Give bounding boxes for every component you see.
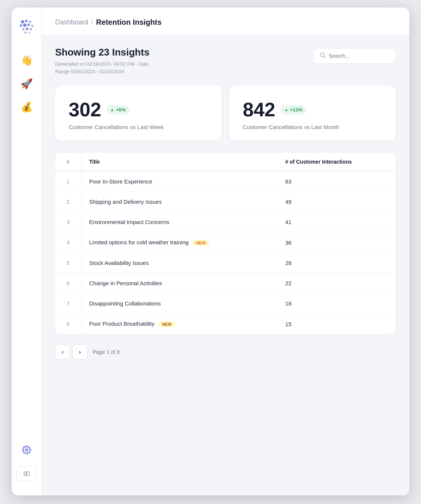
table-row[interactable]: 7Disappointing Collaborations18 [55, 293, 396, 314]
metric-card-month: 842 ▲ +13% Customer Cancellations vs Las… [229, 86, 396, 141]
table-cell-num: 3 [55, 212, 81, 232]
table-cell-interactions: 36 [278, 232, 396, 253]
wave-icon: 👋 [21, 55, 33, 66]
sidebar-logo [18, 18, 35, 37]
table-cell-title: Shipping and Delivery Issues [81, 192, 278, 212]
metric-value-month: 842 [243, 100, 275, 119]
svg-point-10 [24, 32, 27, 34]
arrow-up-icon-2: ▲ [284, 107, 289, 112]
main-content: Dashboard / Retention Insights Showing 2… [42, 8, 409, 495]
breadcrumb: Dashboard / Retention Insights [55, 18, 396, 27]
prev-page-button[interactable]: ‹ [55, 345, 70, 360]
table-cell-interactions: 41 [278, 212, 396, 232]
gear-icon [22, 445, 31, 454]
search-box[interactable] [313, 48, 396, 64]
svg-rect-13 [24, 472, 26, 475]
page-title-block: Showing 23 Insights Generated on 02/16/2… [55, 47, 149, 75]
table-cell-title: Poor In-Store Experience [81, 171, 278, 192]
table-cell-interactions: 18 [278, 293, 396, 314]
table-cell-num: 5 [55, 253, 81, 273]
table-cell-num: 4 [55, 232, 81, 253]
metric-badge-week: ▲ +6% [107, 105, 129, 114]
insights-table-container: # Title # of Customer Interactions 1Poor… [55, 153, 396, 334]
table-row[interactable]: 4Limited options for cold weather traini… [55, 232, 396, 253]
svg-point-3 [20, 24, 22, 27]
svg-rect-14 [27, 472, 29, 475]
table-cell-interactions: 63 [278, 171, 396, 192]
table-row[interactable]: 3Environmental Impact Concerns41 [55, 212, 396, 232]
subtitle-line1: Generated on 02/16/2024, 04:52 PM · Date [55, 61, 149, 67]
svg-point-6 [31, 25, 33, 27]
metric-top-week: 302 ▲ +6% [69, 100, 208, 119]
svg-point-9 [30, 28, 32, 30]
money-icon: 💰 [21, 101, 33, 113]
collapse-sidebar-button[interactable] [17, 466, 37, 481]
col-header-interactions: # of Customer Interactions [278, 153, 396, 171]
table-cell-interactions: 22 [278, 273, 396, 293]
next-page-button[interactable]: › [72, 345, 87, 360]
table-cell-num: 2 [55, 192, 81, 212]
table-cell-interactions: 28 [278, 253, 396, 273]
arrow-up-icon: ▲ [110, 107, 114, 112]
svg-point-8 [26, 28, 28, 30]
sidebar-item-money[interactable]: 💰 [17, 97, 37, 117]
search-icon [320, 52, 326, 60]
metric-label-month: Customer Cancellations vs Last Month [243, 124, 382, 130]
table-header-row: # Title # of Customer Interactions [55, 153, 396, 171]
logo-icon [18, 18, 35, 35]
rocket-icon: 🚀 [21, 78, 33, 90]
sidebar-nav: 👋 🚀 💰 [17, 50, 37, 440]
next-icon: › [79, 349, 81, 355]
sidebar-item-wave[interactable]: 👋 [17, 50, 37, 71]
subtitle-line2: Range 02/01/2024 - 02/15/2024 [55, 69, 124, 74]
table-cell-interactions: 15 [278, 314, 396, 334]
table-cell-title: Limited options for cold weather trainin… [81, 232, 278, 253]
badge-new: NEW [158, 321, 176, 327]
metric-cards: 302 ▲ +6% Customer Cancellations vs Last… [55, 86, 396, 141]
metric-label-week: Customer Cancellations vs Last Week [69, 124, 208, 130]
settings-button[interactable] [17, 440, 37, 460]
app-container: 👋 🚀 💰 [12, 8, 409, 495]
badge-new: NEW [192, 240, 210, 246]
table-cell-num: 1 [55, 171, 81, 192]
table-body: 1Poor In-Store Experience632Shipping and… [55, 171, 396, 334]
sidebar: 👋 🚀 💰 [12, 8, 42, 495]
table-row[interactable]: 2Shipping and Delivery Issues49 [55, 192, 396, 212]
search-input[interactable] [329, 53, 381, 59]
table-row[interactable]: 8Poor Product BreathabilityNEW15 [55, 314, 396, 334]
svg-point-12 [26, 449, 28, 451]
svg-point-11 [28, 32, 30, 34]
insights-table: # Title # of Customer Interactions 1Poor… [55, 153, 396, 334]
table-cell-num: 7 [55, 293, 81, 314]
svg-point-0 [21, 20, 24, 23]
breadcrumb-current: Retention Insights [96, 18, 161, 27]
metric-badge-month: ▲ +13% [281, 105, 307, 114]
sidebar-item-rocket[interactable]: 🚀 [17, 74, 37, 94]
svg-point-1 [25, 20, 27, 23]
table-cell-title: Change in Personal Activities [81, 273, 278, 293]
prev-icon: ‹ [62, 349, 63, 355]
table-cell-title: Disappointing Collaborations [81, 293, 278, 314]
page-title: Showing 23 Insights [55, 47, 149, 58]
svg-point-5 [27, 24, 30, 26]
metric-top-month: 842 ▲ +13% [243, 100, 382, 119]
table-row[interactable]: 6Change in Personal Activities22 [55, 273, 396, 293]
table-row[interactable]: 5Stock Availability Issues28 [55, 253, 396, 273]
col-header-num: # [55, 153, 81, 171]
svg-point-2 [29, 21, 31, 23]
svg-line-16 [324, 56, 325, 58]
metric-value-week: 302 [69, 100, 101, 119]
table-cell-interactions: 49 [278, 192, 396, 212]
svg-point-4 [23, 24, 26, 27]
col-header-title: Title [81, 153, 278, 171]
page-subtitle: Generated on 02/16/2024, 04:52 PM · Date… [55, 60, 149, 75]
collapse-icon [23, 470, 30, 477]
pagination: ‹ › Page 1 of 3 [55, 345, 396, 363]
table-cell-num: 6 [55, 273, 81, 293]
table-row[interactable]: 1Poor In-Store Experience63 [55, 171, 396, 192]
table-cell-title: Environmental Impact Concerns [81, 212, 278, 232]
table-cell-title: Stock Availability Issues [81, 253, 278, 273]
sidebar-bottom [17, 440, 37, 485]
metric-card-week: 302 ▲ +6% Customer Cancellations vs Last… [55, 86, 222, 141]
breadcrumb-parent[interactable]: Dashboard [55, 18, 88, 26]
